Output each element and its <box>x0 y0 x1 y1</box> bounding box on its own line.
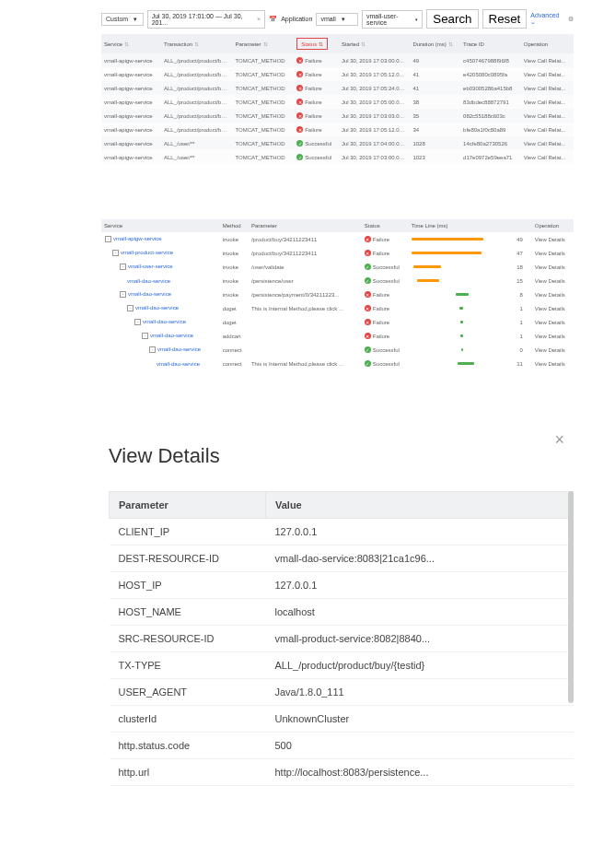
view-call-link[interactable]: View Call Relat... <box>521 136 574 150</box>
cell-duration: 8 <box>511 287 532 301</box>
tree-toggle[interactable]: - <box>142 333 148 339</box>
view-details-link[interactable]: View Details <box>532 287 574 301</box>
col-status[interactable]: Status⇅ <box>294 34 339 53</box>
col-parameter: Parameter <box>110 492 266 519</box>
cell-transaction: ALL_/product/product/buy/{te... <box>161 67 233 81</box>
app-select[interactable]: vmall ▾ <box>316 13 358 26</box>
cell-method: doget <box>220 315 249 329</box>
service-link[interactable]: vmall-user-service <box>128 264 173 269</box>
scrollbar[interactable] <box>568 491 574 703</box>
cell-parameter: /persistence/user <box>249 274 362 287</box>
service-link[interactable]: vmall-product-service <box>121 250 173 255</box>
view-call-link[interactable]: View Call Relat... <box>521 109 574 123</box>
col-parameter[interactable]: Parameter⇅ <box>233 34 295 53</box>
cell-duration: 15 <box>511 274 532 287</box>
cell-status: ✕Failure <box>362 232 409 246</box>
cell-method: connect <box>220 357 249 370</box>
cell-duration: 18 <box>511 260 532 274</box>
col-transaction[interactable]: Transaction⇅ <box>161 34 233 53</box>
service-link[interactable]: vmall-dao-service <box>128 291 171 297</box>
detail-value: UnknownCluster <box>266 706 574 733</box>
reset-button[interactable]: Reset <box>482 9 528 29</box>
cell-method: addcart <box>220 329 249 343</box>
tree-toggle[interactable]: - <box>134 319 141 325</box>
view-details-link[interactable]: View Details <box>532 246 574 260</box>
tree-toggle[interactable]: - <box>112 250 119 256</box>
view-call-link[interactable]: View Call Relat... <box>521 95 574 109</box>
table-row: -vmall-user-serviceinvoke/user/validate✓… <box>101 260 574 274</box>
view-details-link[interactable]: View Details <box>532 343 574 357</box>
view-call-link[interactable]: View Call Relat... <box>521 67 574 81</box>
service-link[interactable]: vmall-dao-service <box>157 361 200 367</box>
col-started[interactable]: Started⇅ <box>339 34 411 53</box>
detail-key: TX-TYPE <box>110 652 266 679</box>
trace-table: Service Method Parameter Status Time Lin… <box>101 219 574 370</box>
date-range[interactable]: Jul 30, 2019 17:01:00 — Jul 30, 201... × <box>147 10 266 29</box>
close-icon[interactable]: × <box>257 16 261 22</box>
check-icon: ✓ <box>365 360 371 367</box>
tree-toggle[interactable]: - <box>120 264 126 270</box>
view-details-link[interactable]: View Details <box>532 329 574 343</box>
cell-trace: e4205080c0895fa <box>460 67 521 81</box>
service-link[interactable]: vmall-dao-service <box>143 319 186 324</box>
calendar-icon[interactable]: 📅 <box>269 16 277 23</box>
cell-duration: 49 <box>511 232 532 246</box>
tree-toggle[interactable]: - <box>120 291 126 298</box>
tree-toggle[interactable]: - <box>105 236 111 242</box>
cell-status: ✓Successful <box>294 150 339 164</box>
chevron-down-icon: ▾ <box>133 16 137 23</box>
cell-timeline <box>409 287 511 301</box>
service-link[interactable]: vmall-dao-service <box>157 346 201 352</box>
cell-started: Jul 30, 2019 17:04:00.016 GMT+0... <box>339 136 411 150</box>
transactions-table: Service⇅ Transaction⇅ Parameter⇅ Status⇅… <box>101 34 574 164</box>
table-row: vmall-apigw-serviceALL_/user/**TOMCAT_ME… <box>101 150 574 164</box>
col-duration[interactable]: Duration (ms)⇅ <box>410 34 460 53</box>
cell-status: ✓Successful <box>294 136 339 150</box>
view-details-link[interactable]: View Details <box>532 274 574 287</box>
view-details-link[interactable]: View Details <box>532 301 574 315</box>
cell-duration: 41 <box>410 67 460 81</box>
col-parameter: Parameter <box>249 219 362 232</box>
col-service[interactable]: Service⇅ <box>101 34 161 53</box>
tree-toggle[interactable]: - <box>127 305 133 311</box>
col-service: Service <box>101 219 220 232</box>
cell-service: -vmall-user-service <box>101 260 220 274</box>
view-details-link[interactable]: View Details <box>532 315 574 329</box>
service-link[interactable]: vmall-apigw-service <box>113 236 162 241</box>
details-table: Parameter Value CLIENT_IP127.0.0.1DEST-R… <box>109 491 574 786</box>
close-icon[interactable]: × <box>554 430 564 450</box>
cell-parameter <box>249 343 362 357</box>
view-details-link[interactable]: View Details <box>532 260 574 274</box>
date-value: Jul 30, 2019 17:01:00 — Jul 30, 201... <box>152 13 253 26</box>
cell-duration: 11 <box>511 357 532 370</box>
range-select[interactable]: Custom ▾ <box>101 13 144 26</box>
cell-service: vmall-apigw-service <box>101 109 161 123</box>
view-call-link[interactable]: View Call Relat... <box>521 81 574 95</box>
view-call-link[interactable]: View Call Relat... <box>521 123 574 136</box>
view-call-link[interactable]: View Call Relat... <box>521 150 574 164</box>
table-row: TX-TYPEALL_/product/product/buy/{testid} <box>110 652 574 679</box>
cell-duration: 0 <box>511 343 532 357</box>
col-timeline: Time Line (ms) <box>409 219 511 232</box>
cell-started: Jul 30, 2019 17:05:12.016 GMT+0... <box>339 67 411 81</box>
view-details-link[interactable]: View Details <box>532 357 574 370</box>
cell-service: -vmall-dao-service <box>101 287 220 301</box>
search-button[interactable]: Search <box>426 9 478 29</box>
table-row: clusterIdUnknownCluster <box>110 706 574 733</box>
advanced-toggle[interactable]: Advanced ⌄ <box>530 12 564 26</box>
gear-icon[interactable]: ⚙ <box>568 16 574 23</box>
cell-service: vmall-apigw-service <box>101 136 161 150</box>
view-details-link[interactable]: View Details <box>532 232 574 246</box>
service-link[interactable]: vmall-dao-service <box>150 333 193 338</box>
modal-title: View Details <box>101 444 574 468</box>
tree-toggle[interactable]: - <box>149 346 156 353</box>
service-select[interactable]: vmall-user-service ▾ <box>362 10 423 29</box>
error-icon: ✕ <box>296 85 303 91</box>
cell-parameter: TOMCAT_METHOD <box>233 67 295 81</box>
detail-value: vmall-dao-service:8083|21ca1c96... <box>266 545 574 572</box>
service-link[interactable]: vmall-dao-service <box>127 278 170 284</box>
service-link[interactable]: vmall-dao-service <box>135 305 179 311</box>
cell-started: Jul 30, 2019 17:05:00.016 GMT+0... <box>339 95 411 109</box>
table-row: HOST_NAMElocalhost <box>110 599 574 626</box>
view-call-link[interactable]: View Call Relat... <box>521 53 574 67</box>
